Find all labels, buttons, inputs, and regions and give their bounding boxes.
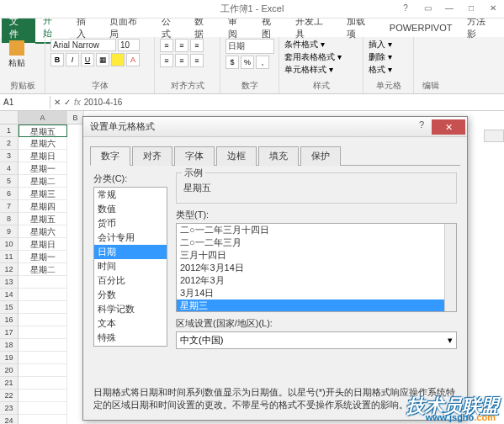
formula-input[interactable]: 2010-4-16 bbox=[84, 98, 123, 107]
row-header[interactable]: 10 bbox=[0, 238, 19, 251]
category-item[interactable]: 百分比 bbox=[94, 273, 167, 288]
cell[interactable] bbox=[19, 415, 67, 424]
cell[interactable] bbox=[19, 339, 67, 352]
cell[interactable]: 星期四 bbox=[19, 200, 67, 213]
row-header[interactable]: 14 bbox=[0, 289, 19, 301]
row-header[interactable]: 1 bbox=[0, 125, 19, 137]
row-header[interactable]: 13 bbox=[0, 276, 19, 289]
cell[interactable]: 星期六 bbox=[19, 225, 67, 238]
dialog-tab-align[interactable]: 对齐 bbox=[132, 146, 172, 166]
fx-icon[interactable]: fx bbox=[74, 98, 81, 107]
cell[interactable] bbox=[19, 352, 67, 364]
dialog-tab-number[interactable]: 数字 bbox=[90, 146, 130, 166]
cell[interactable] bbox=[19, 289, 67, 301]
category-item[interactable]: 常规 bbox=[94, 188, 167, 202]
row-header[interactable]: 19 bbox=[0, 352, 19, 364]
dialog-tab-font[interactable]: 字体 bbox=[174, 146, 215, 166]
row-header[interactable]: 5 bbox=[0, 175, 19, 188]
category-item[interactable]: 时间 bbox=[94, 259, 167, 273]
row-header[interactable]: 4 bbox=[0, 162, 19, 175]
align-right-button[interactable]: ≡ bbox=[190, 54, 204, 67]
align-center-button[interactable]: ≡ bbox=[175, 54, 188, 67]
type-item[interactable]: 2012年3月 bbox=[177, 274, 456, 287]
dialog-tab-fill[interactable]: 填充 bbox=[258, 146, 299, 166]
comma-button[interactable]: , bbox=[256, 56, 269, 69]
category-item[interactable]: 特殊 bbox=[94, 331, 167, 345]
dialog-tab-border[interactable]: 边框 bbox=[216, 146, 257, 166]
help-icon[interactable]: ? bbox=[395, 0, 416, 15]
row-header[interactable]: 17 bbox=[0, 326, 19, 339]
cell[interactable]: 星期三 bbox=[19, 188, 67, 200]
maximize-icon[interactable]: □ bbox=[460, 0, 482, 15]
cell[interactable]: 星期二 bbox=[19, 175, 67, 188]
category-item[interactable]: 自定义 bbox=[94, 345, 167, 347]
cell[interactable] bbox=[19, 364, 67, 377]
font-name-select[interactable]: Arial Narrow bbox=[50, 39, 116, 51]
table-format-button[interactable]: 套用表格格式 ▾ bbox=[284, 51, 342, 63]
row-header[interactable]: 22 bbox=[0, 390, 19, 402]
minimize-icon[interactable]: — bbox=[438, 0, 460, 15]
cell[interactable] bbox=[19, 276, 67, 289]
type-list-scrollbar[interactable] bbox=[444, 224, 456, 311]
category-item[interactable]: 文本 bbox=[94, 316, 167, 331]
category-item[interactable]: 日期 bbox=[94, 245, 167, 259]
dialog-tab-protect[interactable]: 保护 bbox=[300, 146, 341, 166]
paste-button[interactable]: 粘贴 bbox=[5, 39, 29, 71]
locale-select[interactable]: 中文(中国) ▾ bbox=[176, 331, 457, 349]
column-header-a[interactable]: A bbox=[19, 111, 67, 125]
cancel-formula-icon[interactable]: ✕ bbox=[54, 98, 61, 107]
category-item[interactable]: 数值 bbox=[94, 202, 167, 216]
align-bottom-button[interactable]: ≡ bbox=[190, 39, 204, 52]
row-header[interactable]: 16 bbox=[0, 314, 19, 326]
dialog-close-button[interactable]: ✕ bbox=[432, 119, 465, 135]
conditional-format-button[interactable]: 条件格式 ▾ bbox=[284, 39, 325, 50]
category-item[interactable]: 会计专用 bbox=[94, 231, 167, 245]
row-header[interactable]: 23 bbox=[0, 402, 19, 415]
fill-color-button[interactable] bbox=[111, 53, 125, 66]
column-header-b[interactable]: B bbox=[67, 111, 84, 125]
category-list[interactable]: 常规数值货币会计专用日期时间百分比分数科学记数文本特殊自定义 bbox=[93, 187, 167, 347]
align-top-button[interactable]: ≡ bbox=[160, 39, 173, 52]
row-header[interactable]: 9 bbox=[0, 225, 19, 238]
border-button[interactable]: ▦ bbox=[96, 53, 109, 66]
row-header[interactable]: 18 bbox=[0, 339, 19, 352]
type-item[interactable]: 三月十四日 bbox=[177, 249, 456, 262]
underline-button[interactable]: U bbox=[81, 53, 94, 66]
percent-button[interactable]: % bbox=[241, 56, 254, 69]
category-item[interactable]: 科学记数 bbox=[94, 302, 167, 316]
type-item[interactable]: 3月14日 bbox=[177, 287, 456, 299]
row-header[interactable]: 8 bbox=[0, 213, 19, 225]
cell[interactable]: 星期一 bbox=[19, 251, 67, 263]
cell[interactable]: 星期一 bbox=[19, 162, 67, 175]
type-item[interactable]: 2012年3月14日 bbox=[177, 262, 456, 274]
cell-style-button[interactable]: 单元格样式 ▾ bbox=[284, 64, 333, 76]
type-item[interactable]: 二○一二年三月十四日 bbox=[177, 224, 456, 236]
align-middle-button[interactable]: ≡ bbox=[175, 39, 188, 52]
cell[interactable]: 星期日 bbox=[19, 150, 67, 162]
row-header[interactable]: 2 bbox=[0, 137, 19, 150]
dialog-help-button[interactable]: ? bbox=[411, 119, 432, 135]
cell[interactable]: 星期日 bbox=[19, 238, 67, 251]
italic-button[interactable]: I bbox=[66, 53, 79, 66]
font-color-button[interactable]: A bbox=[126, 53, 140, 66]
dialog-titlebar[interactable]: 设置单元格格式 ? ✕ bbox=[83, 117, 467, 137]
cell[interactable] bbox=[19, 390, 67, 402]
delete-cells-button[interactable]: 删除 ▾ bbox=[369, 51, 392, 63]
row-header[interactable]: 3 bbox=[0, 150, 19, 162]
font-size-select[interactable]: 10 bbox=[118, 39, 140, 51]
cell[interactable]: 星期六 bbox=[19, 137, 67, 150]
cell[interactable]: 星期二 bbox=[19, 263, 67, 276]
cell[interactable] bbox=[19, 314, 67, 326]
cells-area[interactable]: 星期五星期六星期日星期一星期二星期三星期四星期五星期六星期日星期一星期二 bbox=[19, 125, 67, 424]
cell[interactable] bbox=[19, 326, 67, 339]
row-header[interactable]: 11 bbox=[0, 251, 19, 263]
row-header[interactable]: 20 bbox=[0, 364, 19, 377]
align-left-button[interactable]: ≡ bbox=[160, 54, 173, 67]
close-icon[interactable]: ✕ bbox=[482, 0, 504, 15]
type-list[interactable]: 二○一二年三月十四日二○一二年三月三月十四日2012年3月14日2012年3月3… bbox=[176, 223, 457, 312]
tab-powerpivot[interactable]: POWERPIVOT bbox=[382, 20, 460, 35]
row-header[interactable]: 7 bbox=[0, 200, 19, 213]
type-item[interactable]: 二○一二年三月 bbox=[177, 236, 456, 249]
row-header[interactable]: 24 bbox=[0, 415, 19, 424]
type-item[interactable]: 星期三 bbox=[177, 299, 456, 312]
